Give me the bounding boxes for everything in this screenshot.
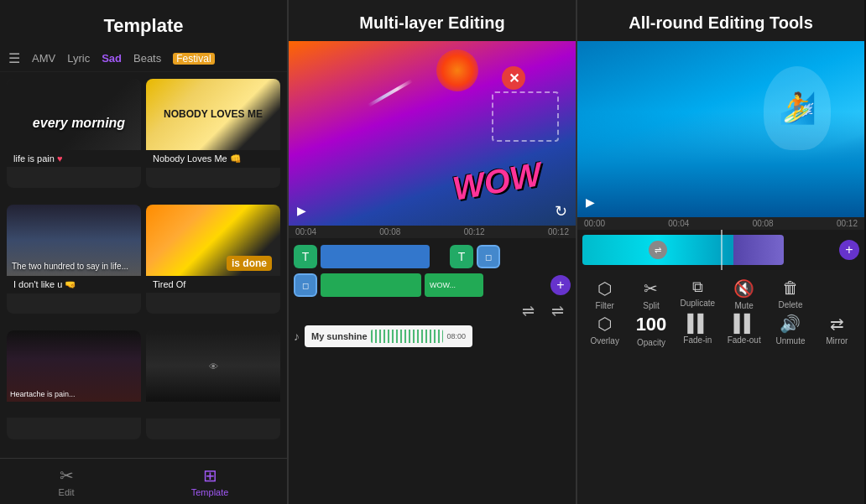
card-caption-6 bbox=[146, 402, 280, 418]
template-card-1[interactable]: every morning life is pain ♥ bbox=[7, 79, 141, 188]
audio-label: My sunshine bbox=[311, 331, 368, 341]
tool-unmute[interactable]: 🔊 Unmute bbox=[768, 314, 812, 347]
template-card-3[interactable]: The two hundred to say in life... I don'… bbox=[7, 205, 141, 314]
filter-beats[interactable]: Beats bbox=[133, 52, 161, 65]
template-card-5[interactable]: Heartache is pain... bbox=[7, 330, 141, 439]
tool-mirror[interactable]: ⇄ Mirror bbox=[815, 314, 859, 347]
tool-overlay[interactable]: ⬡ Overlay bbox=[582, 314, 627, 347]
music-icon: ♪ bbox=[294, 330, 300, 343]
filter-lyric[interactable]: Lyric bbox=[67, 52, 90, 65]
add-track-button[interactable]: + bbox=[550, 275, 571, 295]
duplicate-tool-label: Duplicate bbox=[680, 299, 715, 308]
card-text-4: is done bbox=[227, 256, 272, 271]
unmute-tool-label: Unmute bbox=[775, 336, 805, 346]
card-bg-2: NOBODY LOVES ME bbox=[146, 79, 280, 150]
surf-clip-main[interactable]: ⇌ bbox=[582, 235, 784, 265]
template-card-6[interactable]: 👁 bbox=[146, 330, 280, 439]
fadeout-tool-icon: ▌▌ bbox=[733, 314, 754, 333]
merge-icon-2[interactable]: ⇌ bbox=[551, 302, 564, 320]
tab-edit-label: Edit bbox=[59, 487, 75, 497]
track-row-3: ⇌ ⇌ bbox=[294, 302, 571, 320]
ruler-mark-4: 00:12 bbox=[548, 227, 569, 236]
sq-track-icon-2: ◻ bbox=[477, 245, 500, 268]
close-button-preview[interactable]: ✕ bbox=[502, 66, 525, 90]
panel2-title: Multi-layer Editing bbox=[289, 0, 576, 41]
waveform bbox=[371, 330, 444, 343]
tool-mute[interactable]: 🔇 Mute bbox=[722, 278, 766, 310]
clip-handle[interactable]: ⇌ bbox=[649, 241, 667, 259]
opacity-value: 100 bbox=[636, 314, 667, 335]
surfer-silhouette: 🏄 bbox=[764, 66, 831, 150]
filter-amv[interactable]: AMV bbox=[32, 52, 55, 65]
fire-effect bbox=[436, 49, 478, 91]
card-text-6: 👁 bbox=[209, 361, 218, 372]
card-bg-1: every morning bbox=[7, 79, 141, 150]
timeline-cursor bbox=[721, 230, 723, 270]
tool-duplicate[interactable]: ⧉ Duplicate bbox=[676, 278, 720, 310]
delete-tool-icon: 🗑 bbox=[782, 278, 799, 298]
overlay-tool-icon: ⬡ bbox=[597, 314, 612, 334]
tool-opacity[interactable]: 100 Opacity bbox=[629, 314, 673, 347]
panel-multilayer: Multi-layer Editing WOW ✕ ▶ ↻ 00:04 00:0… bbox=[289, 0, 577, 504]
template-card-4[interactable]: is done Tired Of bbox=[146, 205, 280, 314]
surf-clip-inner: ⇌ bbox=[582, 235, 733, 265]
filter-tool-label: Filter bbox=[596, 301, 614, 310]
ruler-mark-2: 00:08 bbox=[379, 227, 400, 236]
surf-clip-inner2 bbox=[733, 235, 784, 265]
merge-icon[interactable]: ⇌ bbox=[522, 302, 535, 320]
tools-row-1: ⬡ Filter ✂ Split ⧉ Duplicate 🔇 Mute 🗑 De… bbox=[577, 270, 864, 314]
tab-template-label: Template bbox=[191, 487, 229, 497]
timeline-area: T T ◻ ◻ WOW... + ⇌ ⇌ ♪ My sunshine bbox=[289, 238, 576, 504]
clip-wow-1[interactable]: WOW... bbox=[425, 273, 483, 297]
unmute-tool-icon: 🔊 bbox=[780, 314, 801, 334]
tab-edit[interactable]: ✂ Edit bbox=[59, 465, 75, 497]
tool-fadein[interactable]: ▌▌ Fade-in bbox=[676, 314, 720, 347]
add-clip-button[interactable]: + bbox=[839, 240, 859, 260]
surf-ruler-mark-4: 00:12 bbox=[837, 219, 858, 228]
tab-template[interactable]: ⊞ Template bbox=[191, 465, 229, 497]
card-text-1: every morning bbox=[29, 112, 128, 134]
tool-delete[interactable]: 🗑 Delete bbox=[768, 278, 812, 310]
tool-fadeout[interactable]: ▌▌ Fade-out bbox=[722, 314, 766, 347]
clip-blue-1[interactable] bbox=[321, 245, 430, 268]
panel-template-title: Template bbox=[0, 0, 287, 45]
card-text-2: NOBODY LOVES ME bbox=[160, 105, 266, 123]
mirror-tool-icon: ⇄ bbox=[830, 314, 844, 334]
tool-split[interactable]: ✂ Split bbox=[629, 278, 673, 310]
card-caption-4: Tired Of bbox=[146, 276, 280, 293]
fadeout-tool-label: Fade-out bbox=[728, 335, 761, 345]
clip-green-1[interactable] bbox=[321, 273, 421, 297]
edit-icon: ✂ bbox=[60, 465, 74, 486]
surf-ruler-mark-3: 00:08 bbox=[753, 219, 774, 228]
card-bg-4: is done bbox=[146, 205, 280, 276]
play-button-preview[interactable]: ▶ bbox=[297, 204, 306, 217]
tools-row-2: ⬡ Overlay 100 Opacity ▌▌ Fade-in ▌▌ Fade… bbox=[577, 314, 864, 352]
panel3-title: All-round Editing Tools bbox=[577, 0, 864, 41]
video-preview: WOW ✕ ▶ ↻ bbox=[289, 41, 576, 226]
filter-sad[interactable]: Sad bbox=[102, 52, 122, 65]
delete-tool-label: Delete bbox=[779, 300, 803, 309]
track-row-2: ◻ WOW... + bbox=[294, 273, 571, 297]
rotate-icon[interactable]: ↻ bbox=[555, 202, 567, 221]
tool-placeholder-1 bbox=[815, 278, 859, 310]
text-track-icon-1: T bbox=[294, 245, 317, 268]
tool-filter[interactable]: ⬡ Filter bbox=[582, 278, 627, 310]
audio-time: 08:00 bbox=[446, 332, 466, 340]
edit-border bbox=[492, 91, 559, 142]
surf-play-button[interactable]: ▶ bbox=[586, 195, 595, 209]
lightning-effect bbox=[368, 79, 413, 107]
opacity-tool-label: Opacity bbox=[637, 338, 665, 347]
filter-festival[interactable]: Festival bbox=[173, 53, 214, 65]
card-bg-5: Heartache is pain... bbox=[7, 330, 141, 402]
template-grid: every morning life is pain ♥ NOBODY LOVE… bbox=[0, 72, 287, 458]
overlay-tool-label: Overlay bbox=[590, 336, 618, 346]
audio-row: ♪ My sunshine 08:00 bbox=[294, 325, 571, 347]
template-card-2[interactable]: NOBODY LOVES ME Nobody Loves Me 👊 bbox=[146, 79, 280, 188]
surf-ruler-mark-2: 00:04 bbox=[668, 219, 689, 228]
surf-ruler-mark-1: 00:00 bbox=[584, 219, 605, 228]
timeline-ruler-2: 00:04 00:08 00:12 00:12 bbox=[289, 226, 576, 238]
audio-clip[interactable]: My sunshine 08:00 bbox=[305, 325, 472, 347]
panel-editing: All-round Editing Tools 🏄 ▶ 00:00 00:04 … bbox=[577, 0, 864, 504]
clip-green-label bbox=[326, 281, 328, 289]
track-row-1: T T ◻ bbox=[294, 245, 571, 268]
